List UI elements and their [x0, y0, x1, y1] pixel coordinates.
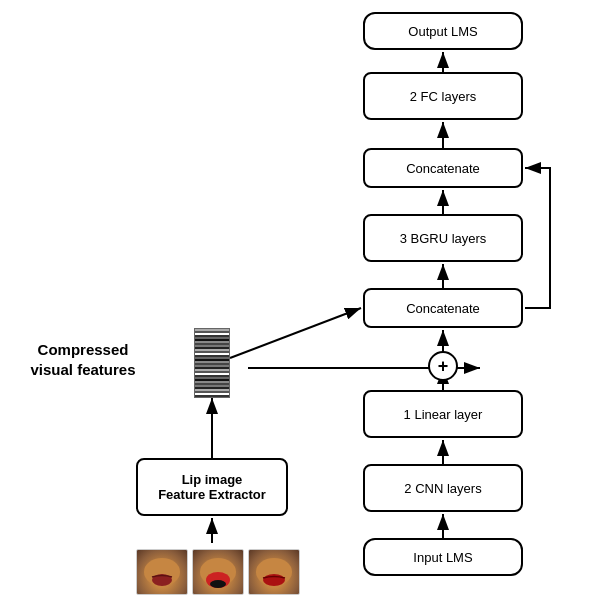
- bgru-layers-label: 3 BGRU layers: [400, 231, 487, 246]
- concatenate-bottom-label: Concatenate: [406, 301, 480, 316]
- svg-point-17: [210, 580, 226, 588]
- lip-image-3: [248, 549, 300, 595]
- cnn-layers-label: 2 CNN layers: [404, 481, 481, 496]
- plus-symbol: +: [438, 356, 449, 377]
- concatenate-top-box: Concatenate: [363, 148, 523, 188]
- input-lms-label: Input LMS: [413, 550, 472, 565]
- lip-images-row: [136, 549, 300, 595]
- lip-image-2: [192, 549, 244, 595]
- barcode-image: [194, 328, 230, 398]
- lip-extractor-line2: Feature Extractor: [158, 487, 266, 502]
- output-lms-box: Output LMS: [363, 12, 523, 50]
- concatenate-top-label: Concatenate: [406, 161, 480, 176]
- compressed-text: Compressedvisual features: [30, 341, 135, 378]
- lip-image-1: [136, 549, 188, 595]
- diagram: Output LMS 2 FC layers Concatenate 3 BGR…: [0, 0, 610, 616]
- svg-line-10: [230, 308, 361, 358]
- plus-circle: +: [428, 351, 458, 381]
- linear-layer-label: 1 Linear layer: [404, 407, 483, 422]
- compressed-label: Compressedvisual features: [18, 340, 148, 379]
- fc-layers-box: 2 FC layers: [363, 72, 523, 120]
- cnn-layers-box: 2 CNN layers: [363, 464, 523, 512]
- input-lms-box: Input LMS: [363, 538, 523, 576]
- linear-layer-box: 1 Linear layer: [363, 390, 523, 438]
- lip-extractor-line1: Lip image: [182, 472, 243, 487]
- bgru-layers-box: 3 BGRU layers: [363, 214, 523, 262]
- lip-extractor-box: Lip image Feature Extractor: [136, 458, 288, 516]
- fc-layers-label: 2 FC layers: [410, 89, 476, 104]
- concatenate-bottom-box: Concatenate: [363, 288, 523, 328]
- output-lms-label: Output LMS: [408, 24, 477, 39]
